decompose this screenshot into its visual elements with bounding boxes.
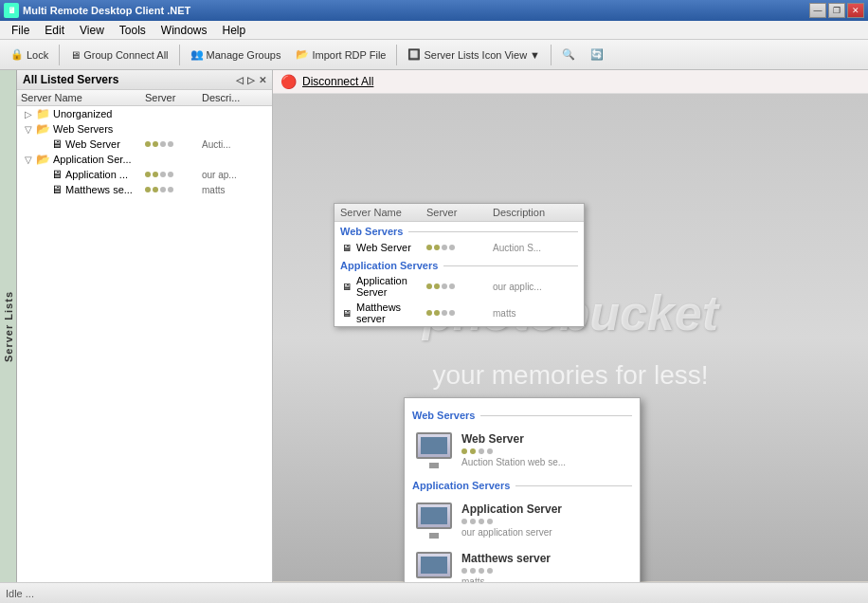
- sidebar-tab-label: Server Lists: [3, 291, 14, 362]
- overlay-list-panel-1: Server Name Server Description Web Serve…: [334, 203, 585, 327]
- import-rdp-button[interactable]: 📂 Import RDP File: [289, 43, 392, 67]
- overlay-col-desc: Description: [493, 207, 578, 218]
- group-connect-icon: 🖥: [70, 49, 81, 61]
- mini-server-icon-1: 🖥: [340, 241, 353, 254]
- mini-server-icon-3: 🖥: [340, 306, 353, 320]
- title-bar-left: 🖥 Multi Remote Desktop Client .NET: [4, 3, 190, 18]
- overlay-group-web: Web Servers: [335, 222, 584, 239]
- disconnect-label[interactable]: Disconnect All: [302, 75, 373, 88]
- minimize-button[interactable]: —: [809, 3, 826, 18]
- toolbar-separator-1: [59, 45, 60, 65]
- restore-button[interactable]: ❐: [828, 3, 845, 18]
- tree-content[interactable]: ▷ 📁 Unorganized ▽ 📂 Web Servers 🖥 Web Se…: [17, 106, 272, 582]
- icon-item-application-server[interactable]: Application Server our application serve…: [412, 497, 632, 546]
- menu-help[interactable]: Help: [215, 22, 254, 39]
- toolbar-separator-4: [551, 45, 552, 65]
- manage-groups-icon: 👥: [190, 48, 204, 61]
- nav-close-icon[interactable]: ✕: [259, 75, 266, 85]
- tree-item-application-servers[interactable]: ▽ 📂 Application Ser...: [17, 152, 272, 167]
- big-server-icon-web: [416, 432, 454, 470]
- nav-prev-icon[interactable]: ◁: [236, 75, 244, 85]
- tree-item-unorganized[interactable]: ▷ 📁 Unorganized: [17, 106, 272, 121]
- refresh-button[interactable]: 🔄: [584, 43, 610, 67]
- tree-item-application-server[interactable]: 🖥 Application ... our ap...: [17, 167, 272, 182]
- group-connect-button[interactable]: 🖥 Group Connect All: [63, 43, 174, 67]
- overlay-group-app: Application Servers: [335, 256, 584, 273]
- icon-item-matthews[interactable]: Matthews server matts: [412, 546, 632, 582]
- icon-group-web: Web Servers: [412, 406, 632, 427]
- title-buttons[interactable]: — ❐ ✕: [809, 3, 864, 18]
- big-server-icon-matthews: [416, 552, 454, 582]
- menu-tools[interactable]: Tools: [112, 22, 154, 39]
- toggle-web-servers[interactable]: ▽: [25, 124, 36, 135]
- dropdown-arrow-icon: ▼: [530, 49, 540, 61]
- overlay-item-matthews[interactable]: 🖥 Matthews server matts: [335, 300, 584, 326]
- overlay-item-app-server[interactable]: 🖥 Application Server our applic...: [335, 273, 584, 300]
- menu-file[interactable]: File: [4, 22, 37, 39]
- search-icon: 🔍: [562, 48, 575, 61]
- sidebar-tab[interactable]: Server Lists: [0, 70, 17, 582]
- icon-group-app: Application Servers: [412, 476, 632, 497]
- import-rdp-icon: 📂: [296, 48, 309, 61]
- toggle-unorganized[interactable]: ▷: [25, 109, 36, 119]
- server-lists-icon-view-button[interactable]: 🔲 Server Lists Icon View ▼: [401, 43, 547, 67]
- panel-header: All Listed Servers ◁ ▷ ✕: [17, 70, 272, 90]
- close-button[interactable]: ✕: [847, 3, 864, 18]
- icon-item-web-server[interactable]: Web Server Auction Station web se...: [412, 427, 632, 476]
- server-icon-app: 🖥: [51, 168, 63, 181]
- tree-item-matthews-server[interactable]: 🖥 Matthews se... matts: [17, 182, 272, 197]
- manage-groups-button[interactable]: 👥 Manage Groups: [184, 43, 288, 67]
- search-button[interactable]: 🔍: [555, 43, 582, 67]
- disconnect-icon: 🔴: [280, 74, 297, 89]
- lock-button[interactable]: 🔒 Lock: [4, 43, 55, 67]
- panel-title: All Listed Servers: [23, 73, 118, 86]
- main-layout: Server Lists All Listed Servers ◁ ▷ ✕ Se…: [0, 70, 868, 582]
- server-lists-icon: 🔲: [407, 48, 421, 61]
- nav-next-icon[interactable]: ▷: [247, 75, 255, 85]
- col-server-name: Server Name: [21, 92, 145, 103]
- server-icon-web: 🖥: [51, 137, 63, 151]
- app-icon: 🖥: [4, 3, 19, 18]
- overlay-item-web-server[interactable]: 🖥 Web Server Auction S...: [335, 239, 584, 256]
- toggle-app-servers[interactable]: ▽: [25, 155, 36, 165]
- menu-windows[interactable]: Windows: [154, 22, 215, 39]
- big-server-icon-app: [416, 502, 454, 540]
- photobucket-sub-text: your memories for less!: [433, 360, 709, 391]
- col-server: Server: [145, 92, 202, 103]
- left-panel: All Listed Servers ◁ ▷ ✕ Server Name Ser…: [17, 70, 273, 582]
- server-icon-matthews: 🖥: [51, 183, 63, 196]
- overlay-col-name: Server Name: [340, 207, 426, 218]
- title-bar: 🖥 Multi Remote Desktop Client .NET — ❐ ✕: [0, 0, 868, 21]
- status-label: Idle ...: [6, 588, 34, 599]
- folder-icon: 📁: [36, 107, 50, 120]
- disconnect-bar: 🔴 Disconnect All: [273, 70, 868, 94]
- tree-item-web-servers[interactable]: ▽ 📂 Web Servers: [17, 121, 272, 137]
- col-desc: Descri...: [202, 92, 268, 103]
- toolbar-separator-3: [396, 45, 397, 65]
- overlay-header-1: Server Name Server Description: [335, 204, 584, 222]
- tree-header: Server Name Server Descri...: [17, 90, 272, 106]
- panel-nav[interactable]: ◁ ▷ ✕: [236, 75, 266, 85]
- lock-icon: 🔒: [10, 48, 24, 61]
- toolbar-separator-2: [179, 45, 180, 65]
- right-panel: 🔴 Disconnect All photobucket your memori…: [273, 70, 868, 582]
- refresh-icon: 🔄: [590, 48, 604, 61]
- status-bar: Idle ...: [0, 582, 868, 603]
- menu-bar: File Edit View Tools Windows Help: [0, 21, 868, 40]
- menu-view[interactable]: View: [72, 22, 112, 39]
- overlay-col-server: Server: [426, 207, 493, 218]
- window-title: Multi Remote Desktop Client .NET: [23, 5, 190, 16]
- tree-item-web-server[interactable]: 🖥 Web Server Aucti...: [17, 137, 272, 152]
- app-servers-folder-icon: 📂: [36, 153, 50, 166]
- web-servers-folder-icon: 📂: [36, 122, 50, 136]
- toolbar: 🔒 Lock 🖥 Group Connect All 👥 Manage Grou…: [0, 40, 868, 70]
- menu-edit[interactable]: Edit: [37, 22, 72, 39]
- overlay-icon-panel-2: Web Servers Web Server Auc: [404, 397, 641, 582]
- mini-server-icon-2: 🖥: [340, 280, 353, 293]
